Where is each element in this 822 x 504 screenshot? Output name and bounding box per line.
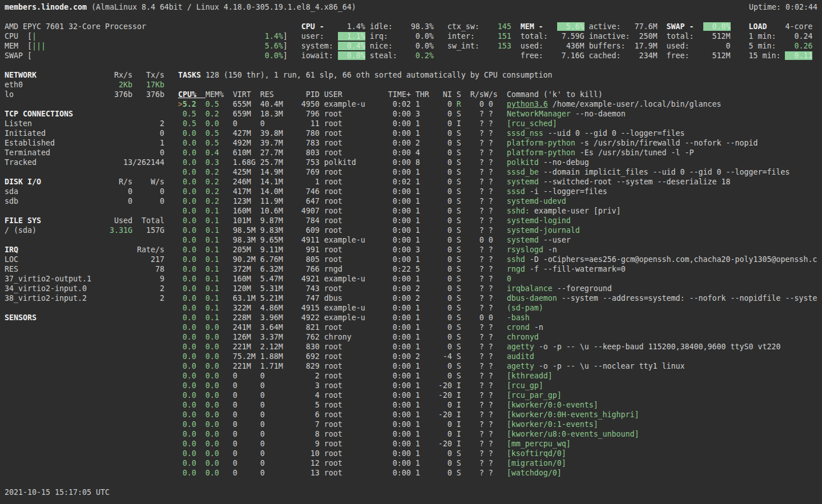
- process-pid: 783: [292, 139, 320, 147]
- process-virt: 610M: [233, 148, 251, 157]
- process-mem: 0.0: [201, 362, 219, 370]
- mount-name: / (sda): [5, 226, 37, 235]
- process-cpu: 0.0: [178, 284, 196, 293]
- process-virt: 0: [233, 391, 237, 400]
- metric-value: 0.11: [785, 51, 812, 60]
- process-ni: 0: [438, 178, 452, 186]
- process-mem: 0.1: [201, 294, 219, 303]
- process-thr: 2: [416, 284, 420, 293]
- col-header: R/s: [100, 178, 132, 186]
- command-args: -s /usr/sbin/firewalld --nofork --nopid: [575, 139, 758, 147]
- col-header: Tx/s: [132, 71, 164, 79]
- process-res: 0: [260, 410, 265, 419]
- metric-label: iowait:: [301, 51, 338, 60]
- process-ni: 0: [438, 236, 452, 244]
- metric-value: 98.3%: [402, 22, 434, 31]
- process-cpu: 0.0: [178, 381, 196, 390]
- command-name: platform-python: [507, 148, 575, 157]
- command-name: dbus-daemon: [507, 294, 557, 303]
- process-user: root: [324, 216, 342, 225]
- metric-label: used:: [667, 42, 699, 50]
- process-rs: ?: [470, 178, 484, 186]
- process-state: S: [457, 323, 461, 332]
- process-res: 9.83M: [260, 226, 283, 235]
- process-rs: ?: [470, 333, 484, 341]
- process-rs: ?: [470, 362, 484, 370]
- process-state: S: [457, 449, 461, 458]
- process-virt: 425M: [233, 168, 251, 176]
- process-user: root: [324, 119, 342, 128]
- process-res: 0: [260, 469, 265, 477]
- metric-value: 7.59G: [553, 32, 585, 41]
- process-user: root: [324, 245, 342, 254]
- process-pid: 4921: [292, 275, 320, 283]
- process-cpu: 0.0: [178, 459, 196, 467]
- col-header: Total: [132, 216, 164, 225]
- process-ws: ?: [484, 168, 493, 176]
- process-time: 0:00: [393, 110, 411, 118]
- process-time: 0:00: [393, 313, 411, 322]
- process-virt: 0: [233, 410, 237, 419]
- process-pid: 805: [292, 255, 320, 264]
- process-user: dbus: [324, 294, 342, 303]
- process-res: 14.0M: [260, 187, 283, 196]
- process-ni: -20: [438, 440, 452, 448]
- process-mem: 0.4: [201, 148, 219, 157]
- process-thr: 4: [416, 148, 420, 157]
- process-virt: 241M: [233, 323, 251, 332]
- row-value: 2: [100, 284, 164, 293]
- process-cpu: 0.0: [178, 469, 196, 477]
- process-pid: 991: [292, 245, 320, 254]
- process-mem: 0.0: [201, 430, 219, 438]
- process-mem: 0.1: [201, 313, 219, 322]
- process-state: S: [457, 255, 461, 264]
- process-pid: 13: [292, 469, 320, 477]
- process-time: 0:02: [393, 178, 411, 186]
- process-virt: 322M: [233, 304, 251, 312]
- metric-label: system:: [301, 42, 338, 50]
- process-ws: ?: [484, 197, 493, 205]
- process-user: root: [324, 168, 342, 176]
- process-row: sdb 0 0 0.0 0.2 123M 11.9M 647 root 0:00…: [5, 196, 822, 206]
- process-time: 0:00: [393, 323, 411, 332]
- hostname: members.linode.com: [5, 3, 87, 11]
- process-rs: ?: [470, 440, 484, 448]
- gauge-value: 0.0%: [260, 51, 283, 60]
- process-cpu: 0.0: [178, 294, 196, 303]
- process-thr: 3: [416, 245, 420, 254]
- row-name: 38_virtio2-input.2: [5, 294, 87, 303]
- process-virt: 427M: [233, 129, 251, 138]
- process-ni: 0: [438, 110, 452, 118]
- metric-label: total:: [667, 32, 699, 41]
- process-res: 6.32M: [260, 265, 283, 273]
- metric-value: 4-core: [785, 22, 812, 31]
- process-user: root: [324, 440, 342, 448]
- cpu-model: AMD EPYC 7601 32-Core Processor: [5, 22, 146, 31]
- process-pid: 821: [292, 323, 320, 332]
- process-rs: ?: [470, 207, 484, 215]
- process-pid: 10: [292, 449, 320, 458]
- process-res: 4.86M: [260, 304, 283, 312]
- process-pid: 784: [292, 216, 320, 225]
- command-name: [ksoftirqd/0]: [507, 449, 566, 458]
- process-ws: ?: [484, 449, 493, 458]
- process-time: 0:00: [393, 275, 411, 283]
- glances-terminal[interactable]: members.linode.com(AlmaLinux 8.4 64bit /…: [0, 0, 822, 502]
- process-ni: 0: [438, 469, 452, 477]
- process-state: S: [457, 226, 461, 235]
- row-name: Established: [5, 139, 55, 147]
- process-user: root: [324, 197, 342, 205]
- process-state: S: [457, 168, 461, 176]
- command-name: sshd:: [507, 207, 530, 215]
- col-header: Used: [100, 216, 132, 225]
- process-cpu: 0.0: [178, 139, 196, 147]
- sort-column-header: CPU%: [178, 90, 206, 99]
- terminal-text: [46, 42, 260, 50]
- process-ws: ?: [484, 323, 493, 332]
- metric-value: 0.0%: [402, 42, 434, 50]
- process-rs: ?: [470, 110, 484, 118]
- process-thr: 1: [416, 216, 420, 225]
- process-time: 0:00: [393, 245, 411, 254]
- process-virt: 75.2M: [233, 352, 256, 361]
- process-row: TCP CONNECTIONS 0.5 0.2 659M 18.3M 796 r…: [5, 109, 822, 119]
